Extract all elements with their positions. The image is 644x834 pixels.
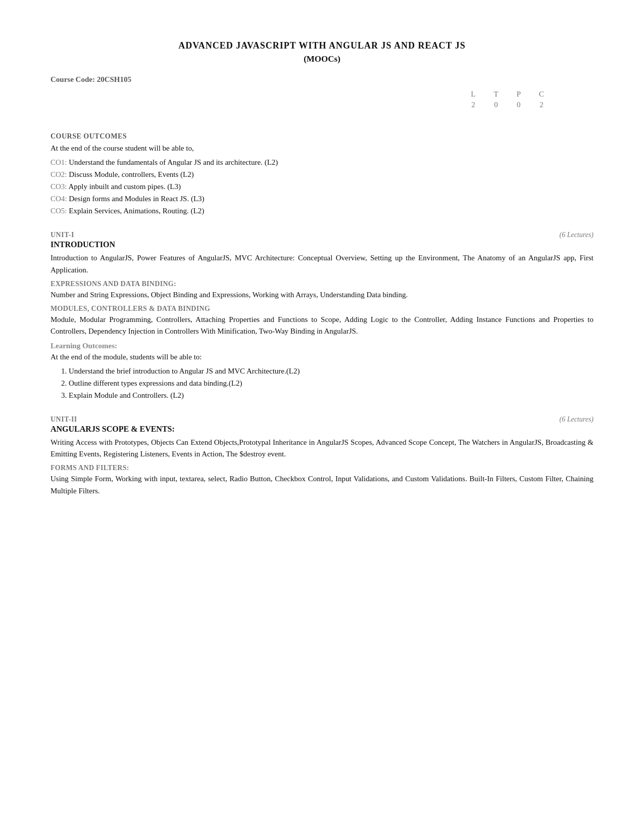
ltpc-p-value: 0 — [508, 100, 530, 110]
sub-title: (MOOCs) — [51, 54, 593, 64]
unit2-label: UNIT-II — [51, 415, 77, 424]
co3-text: Apply inbuilt and custom pipes. (L3) — [67, 182, 181, 191]
unit1-outcome-3: Explain Module and Controllers. (L2) — [69, 389, 593, 401]
ltpc-l-header: L — [462, 89, 484, 100]
course-outcomes-section: COURSE OUTCOMES At the end of the course… — [51, 132, 593, 217]
unit2-lectures: (6 Lectures) — [559, 415, 593, 424]
co3-line: CO3: Apply inbuilt and custom pipes. (L3… — [51, 180, 593, 193]
unit1-outcome-1: Understand the brief introduction to Ang… — [69, 365, 593, 377]
co4-text: Design forms and Modules in React JS. (L… — [67, 195, 205, 203]
unit1-modules-heading: MODULES, CONTROLLERS & DATA BINDING — [51, 305, 593, 313]
unit2-header: UNIT-II (6 Lectures) — [51, 415, 593, 424]
course-code: Course Code: 20CSH105 — [51, 75, 593, 84]
unit1-label: UNIT-I — [51, 231, 74, 239]
co3-label: CO3: — [51, 182, 67, 191]
ltpc-c-value: 2 — [530, 100, 553, 110]
unit1-expressions-heading: EXPRESSIONS AND DATA BINDING: — [51, 280, 593, 288]
unit1-learning-outcomes-intro: At the end of the module, students will … — [51, 351, 593, 363]
unit1-header: UNIT-I (6 Lectures) — [51, 231, 593, 239]
co4-label: CO4: — [51, 195, 67, 203]
co5-line: CO5: Explain Services, Animations, Routi… — [51, 205, 593, 217]
co2-text: Discuss Module, controllers, Events (L2) — [67, 170, 194, 178]
co5-text: Explain Services, Animations, Routing. (… — [67, 207, 205, 215]
unit1-modules-text: Module, Modular Programming, Controllers… — [51, 314, 593, 338]
unit1-title: INTRODUCTION — [51, 240, 593, 249]
unit2-title: ANGULARJS SCOPE & EVENTS: — [51, 425, 593, 434]
ltpc-t-header: T — [484, 89, 507, 100]
co1-text: Understand the fundamentals of Angular J… — [67, 158, 278, 166]
unit1-intro-text: Introduction to AngularJS, Power Feature… — [51, 252, 593, 276]
unit2-scope-text: Writing Access with Prototypes, Objects … — [51, 437, 593, 460]
ltpc-t-value: 0 — [484, 100, 507, 110]
ltpc-l-value: 2 — [462, 100, 484, 110]
co2-line: CO2: Discuss Module, controllers, Events… — [51, 168, 593, 180]
unit2-forms-text: Using Simple Form, Working with input, t… — [51, 473, 593, 497]
ltpc-values-row: 2 0 0 2 — [462, 100, 553, 110]
co1-line: CO1: Understand the fundamentals of Angu… — [51, 156, 593, 168]
ltpc-c-header: C — [530, 89, 553, 100]
course-outcomes-heading: COURSE OUTCOMES — [51, 132, 593, 141]
unit2-forms-heading: FORMS AND FILTERS: — [51, 464, 593, 472]
main-title: ADVANCED JAVASCRIPT WITH ANGULAR JS AND … — [51, 40, 593, 51]
course-outcomes-intro: At the end of the course student will be… — [51, 143, 593, 154]
ltpc-p-header: P — [508, 89, 530, 100]
co1-label: CO1: — [51, 158, 67, 166]
unit1-outcomes-list: Understand the brief introduction to Ang… — [69, 365, 593, 401]
unit1-expressions-text: Number and String Expressions, Object Bi… — [51, 289, 593, 301]
unit1-lectures: (6 Lectures) — [559, 231, 593, 239]
unit1-outcome-2: Outline different types expressions and … — [69, 377, 593, 389]
ltpc-table: L T P C 2 0 0 2 — [462, 89, 553, 110]
co4-line: CO4: Design forms and Modules in React J… — [51, 193, 593, 205]
ltpc-header-row: L T P C — [462, 89, 553, 100]
co2-label: CO2: — [51, 170, 67, 178]
co5-label: CO5: — [51, 207, 67, 215]
unit1-learning-outcomes-heading: Learning Outcomes: — [51, 342, 593, 350]
